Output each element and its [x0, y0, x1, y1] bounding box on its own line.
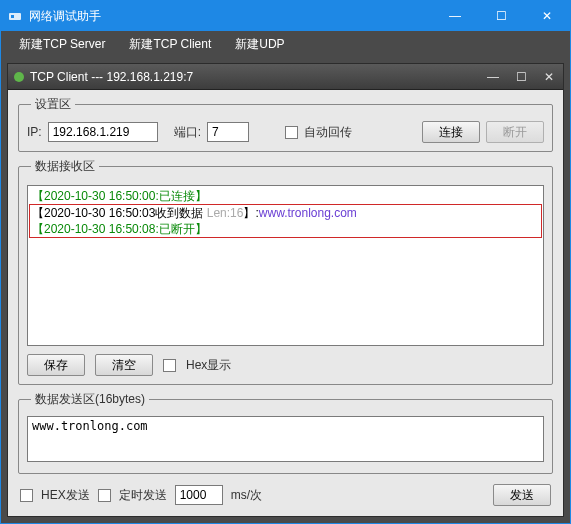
send-button-label: 发送 [510, 487, 534, 504]
disconnect-button-label: 断开 [503, 124, 527, 141]
receive-textarea[interactable]: 【2020-10-30 16:50:00:已连接】 【2020-10-30 16… [27, 185, 544, 346]
child-title: TCP Client --- 192.168.1.219:7 [30, 70, 479, 84]
interval-input[interactable] [175, 485, 223, 505]
child-titlebar[interactable]: TCP Client --- 192.168.1.219:7 — ☐ ✕ [8, 64, 563, 90]
log-line: 【2020-10-30 16:50:03收到数据 Len:16】:www.tro… [32, 205, 539, 221]
maximize-button[interactable]: ☐ [478, 1, 524, 31]
menubar: 新建TCP Server 新建TCP Client 新建UDP [1, 31, 570, 57]
receive-legend: 数据接收区 [31, 158, 99, 175]
menu-new-udp[interactable]: 新建UDP [223, 31, 296, 57]
connect-button-label: 连接 [439, 124, 463, 141]
log-text: 【2020-10-30 16:50:03收到数据 [32, 206, 207, 220]
settings-group: 设置区 IP: 端口: 自动回传 连接 断开 [18, 96, 553, 152]
auto-return-checkbox[interactable] [285, 126, 298, 139]
settings-legend: 设置区 [31, 96, 75, 113]
save-button[interactable]: 保存 [27, 354, 85, 376]
send-legend: 数据发送区(16bytes) [31, 391, 149, 408]
status-dot-icon [14, 72, 24, 82]
log-text: 】: [243, 206, 258, 220]
ip-label: IP: [27, 125, 42, 139]
auto-return-label: 自动回传 [304, 124, 352, 141]
send-button[interactable]: 发送 [493, 484, 551, 506]
log-line: 【2020-10-30 16:50:00:已连接】 [32, 188, 539, 204]
ip-input[interactable] [48, 122, 158, 142]
hex-send-checkbox[interactable] [20, 489, 33, 502]
log-line: 【2020-10-30 16:50:08:已断开】 [32, 221, 539, 237]
connect-button[interactable]: 连接 [422, 121, 480, 143]
clear-button-label: 清空 [112, 357, 136, 374]
app-icon [7, 8, 23, 24]
port-label: 端口: [174, 124, 201, 141]
interval-unit: ms/次 [231, 487, 262, 504]
log-len: Len:16 [207, 206, 244, 220]
app-window: 网络调试助手 — ☐ ✕ 新建TCP Server 新建TCP Client 新… [0, 0, 571, 524]
menu-new-tcp-client[interactable]: 新建TCP Client [117, 31, 223, 57]
log-payload: www.tronlong.com [259, 206, 357, 220]
log-highlight: 【2020-10-30 16:50:03收到数据 Len:16】:www.tro… [29, 204, 542, 238]
app-title: 网络调试助手 [29, 8, 432, 25]
timed-send-checkbox[interactable] [98, 489, 111, 502]
menu-new-tcp-server[interactable]: 新建TCP Server [7, 31, 117, 57]
close-button[interactable]: ✕ [524, 1, 570, 31]
send-controls: HEX发送 定时发送 ms/次 发送 [18, 480, 553, 506]
minimize-button[interactable]: — [432, 1, 478, 31]
receive-group: 数据接收区 【2020-10-30 16:50:00:已连接】 【2020-10… [18, 158, 553, 385]
port-input[interactable] [207, 122, 249, 142]
child-body: 设置区 IP: 端口: 自动回传 连接 断开 数 [8, 90, 563, 516]
child-maximize-button[interactable]: ☐ [507, 64, 535, 90]
hex-display-label: Hex显示 [186, 357, 231, 374]
disconnect-button[interactable]: 断开 [486, 121, 544, 143]
outer-titlebar[interactable]: 网络调试助手 — ☐ ✕ [1, 1, 570, 31]
child-minimize-button[interactable]: — [479, 64, 507, 90]
svg-rect-0 [9, 13, 21, 20]
child-close-button[interactable]: ✕ [535, 64, 563, 90]
mdi-area: TCP Client --- 192.168.1.219:7 — ☐ ✕ 设置区… [1, 57, 570, 523]
child-window: TCP Client --- 192.168.1.219:7 — ☐ ✕ 设置区… [7, 63, 564, 517]
hex-send-label: HEX发送 [41, 487, 90, 504]
hex-display-checkbox[interactable] [163, 359, 176, 372]
clear-button[interactable]: 清空 [95, 354, 153, 376]
timed-send-label: 定时发送 [119, 487, 167, 504]
svg-rect-1 [11, 15, 14, 18]
send-textarea[interactable] [27, 416, 544, 462]
send-group: 数据发送区(16bytes) [18, 391, 553, 474]
save-button-label: 保存 [44, 357, 68, 374]
